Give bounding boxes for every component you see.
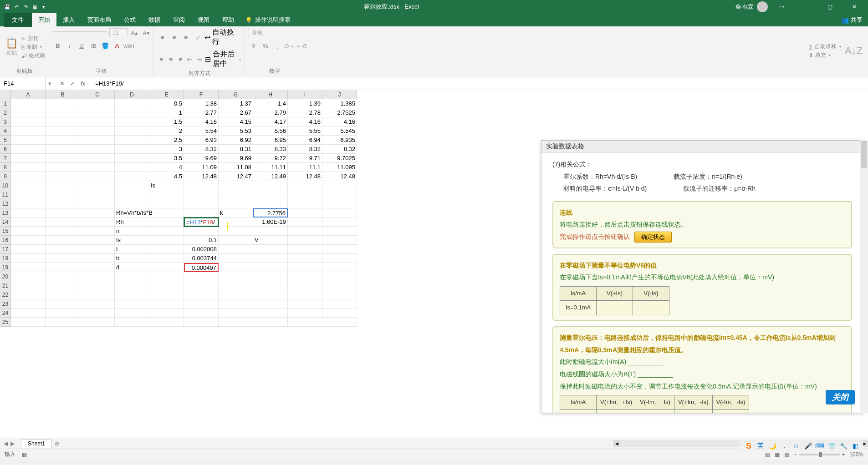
indent-dec-button[interactable]: ⇤ [186, 54, 194, 64]
cell-I12[interactable] [288, 199, 322, 208]
ime-tools-icon[interactable]: 🔧 [839, 441, 848, 450]
cell-E9[interactable]: 4.5 [149, 172, 184, 181]
cell-E18[interactable] [149, 254, 184, 263]
cell-G12[interactable] [219, 199, 253, 208]
cell-I11[interactable] [288, 190, 322, 199]
cell-H10[interactable] [253, 181, 288, 190]
ime-keyboard-icon[interactable]: ⌨ [815, 441, 824, 450]
align-top-button[interactable]: ≡ [158, 32, 168, 42]
cell-A25[interactable] [11, 318, 46, 327]
cell-H11[interactable] [253, 190, 288, 199]
ime-emoji-icon[interactable]: ☺ [791, 441, 801, 450]
redo-icon[interactable]: ↷ [22, 3, 29, 10]
cell-G24[interactable] [219, 308, 253, 318]
sheet-tab-sheet1[interactable]: Sheet1 [21, 439, 52, 448]
undo-icon[interactable]: ↶ [13, 3, 20, 10]
macro-icon[interactable]: ▦ [22, 451, 27, 458]
cell-B20[interactable] [46, 272, 80, 281]
cell-H18[interactable] [253, 254, 288, 263]
cell-I18[interactable] [288, 254, 322, 263]
cell-H5[interactable]: 6.95 [253, 136, 288, 145]
cell-J5[interactable]: 6.935 [322, 136, 357, 145]
col-header-I[interactable]: I [288, 90, 322, 99]
cell-A6[interactable] [11, 145, 46, 154]
cell-B4[interactable] [46, 126, 80, 136]
col-header-F[interactable]: F [184, 90, 219, 99]
cell-G1[interactable]: 1.37 [219, 99, 253, 108]
cell-B23[interactable] [46, 299, 80, 308]
cell-D18[interactable]: b [115, 254, 149, 263]
cell-F11[interactable] [184, 190, 219, 199]
cell-A1[interactable] [11, 99, 46, 108]
cell-A7[interactable] [11, 154, 46, 163]
cell-C25[interactable] [80, 318, 115, 327]
cell-C1[interactable] [80, 99, 115, 108]
cell-G15[interactable] [219, 227, 253, 236]
cell-J17[interactable] [322, 245, 357, 254]
avatar[interactable] [757, 1, 768, 12]
cell-G7[interactable]: 9.69 [219, 154, 253, 163]
cell-I24[interactable] [288, 308, 322, 318]
confirm-status-button[interactable]: 确定状态 [634, 232, 672, 243]
cell-C8[interactable] [80, 163, 115, 172]
currency-button[interactable]: ¥ [249, 41, 259, 51]
cell-H7[interactable]: 9.72 [253, 154, 288, 163]
cell-D8[interactable] [115, 163, 149, 172]
cell-D10[interactable] [115, 181, 149, 190]
cell-G5[interactable]: 6.92 [219, 136, 253, 145]
cell-H8[interactable]: 11.11 [253, 163, 288, 172]
border-button[interactable]: ⊞ [88, 40, 98, 51]
orientation-button[interactable]: ⤢ [193, 32, 203, 42]
sheet-nav-prev[interactable]: ◀ [4, 440, 8, 447]
cell-J23[interactable] [322, 299, 357, 308]
cell-B11[interactable] [46, 190, 80, 199]
cell-I4[interactable]: 5.55 [288, 126, 322, 136]
cell-E25[interactable] [149, 318, 184, 327]
cell-D20[interactable] [115, 272, 149, 281]
col-header-C[interactable]: C [80, 90, 115, 99]
indent-inc-button[interactable]: ⇥ [195, 54, 203, 64]
cell-I15[interactable] [288, 227, 322, 236]
cell-F9[interactable]: 12.48 [184, 172, 219, 181]
cell-F4[interactable]: 5.54 [184, 126, 219, 136]
cell-F23[interactable] [184, 299, 219, 308]
cancel-formula-icon[interactable]: ✕ [60, 80, 65, 87]
cell-I2[interactable]: 2.78 [288, 108, 322, 117]
cell-I16[interactable] [288, 236, 322, 245]
ime-moon-icon[interactable]: 🌙 [768, 441, 777, 450]
cell-J24[interactable] [322, 308, 357, 318]
cell-H15[interactable] [253, 227, 288, 236]
cell-E21[interactable] [149, 281, 184, 290]
cell-D4[interactable] [115, 126, 149, 136]
cell-H19[interactable] [253, 263, 288, 272]
row-header-16[interactable]: 16 [0, 236, 11, 245]
bold-button[interactable]: B [53, 40, 63, 51]
cell-A24[interactable] [11, 308, 46, 318]
cell-J10[interactable] [322, 181, 357, 190]
percent-button[interactable]: % [260, 41, 271, 51]
cell-G25[interactable] [219, 318, 253, 327]
cell-E24[interactable] [149, 308, 184, 318]
cell-I19[interactable] [288, 263, 322, 272]
row-header-12[interactable]: 12 [0, 199, 11, 208]
cell-J22[interactable] [322, 290, 357, 299]
merge-center-button[interactable]: ⊟合并后居中▾ [205, 50, 241, 69]
cell-D17[interactable]: L [115, 245, 149, 254]
cell-F8[interactable]: 11.09 [184, 163, 219, 172]
cell-C3[interactable] [80, 117, 115, 126]
cell-C21[interactable] [80, 281, 115, 290]
sheet-nav-next[interactable]: ▶ [10, 440, 15, 447]
cell-F2[interactable]: 2.77 [184, 108, 219, 117]
tab-view[interactable]: 视图 [191, 13, 216, 27]
row-header-24[interactable]: 24 [0, 308, 11, 318]
cell-B24[interactable] [46, 308, 80, 318]
cell-C4[interactable] [80, 126, 115, 136]
cell-B6[interactable] [46, 145, 80, 154]
increase-font-icon[interactable]: A▴ [129, 28, 139, 38]
tab-data[interactable]: 数据 [142, 13, 167, 27]
tell-me-search[interactable]: 💡 操作说明搜索 [245, 16, 291, 24]
cell-J12[interactable] [322, 199, 357, 208]
cell-B3[interactable] [46, 117, 80, 126]
add-sheet-button[interactable]: ⊕ [55, 440, 59, 447]
row-header-21[interactable]: 21 [0, 281, 11, 290]
